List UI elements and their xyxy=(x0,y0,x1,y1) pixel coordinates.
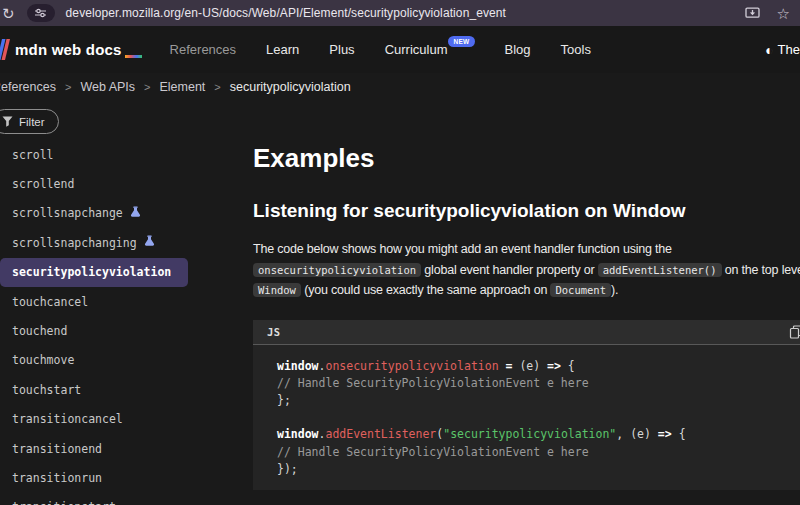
code-token: "securitypolicyviolation" xyxy=(443,427,616,441)
sidebar-item-label: scrollsnapchanging xyxy=(12,236,137,250)
section-title: Examples xyxy=(253,143,800,173)
paragraph-line: The code below shows how you might add a… xyxy=(253,239,800,260)
browser-chrome: ↻ developer.mozilla.org/en-US/docs/Web/A… xyxy=(0,0,800,26)
send-to-device-glyph xyxy=(745,7,760,20)
mdn-logo[interactable]: mdn web docs xyxy=(0,39,142,60)
breadcrumb-item[interactable]: References xyxy=(0,80,56,94)
code-token: , (e) xyxy=(616,427,658,441)
code-token: // Handle SecurityPolicyViolationEvent e… xyxy=(277,376,589,390)
code-token: (e) xyxy=(512,359,547,373)
sidebar-item-securitypolicyviolation[interactable]: securitypolicyviolation xyxy=(0,258,188,287)
code-token: }; xyxy=(277,393,291,407)
nav-item-references[interactable]: References xyxy=(170,42,236,57)
bookmark-star-icon[interactable]: ☆ xyxy=(777,6,790,21)
new-badge: NEW xyxy=(448,36,474,47)
sidebar-item-label: securitypolicyviolation xyxy=(12,265,171,279)
subsection-title: Listening for securitypolicyviolation on… xyxy=(253,199,800,223)
breadcrumb-item[interactable]: Web APIs xyxy=(80,80,135,94)
site-info-button[interactable] xyxy=(27,4,55,22)
paragraph-text: (you could use exactly the same approach… xyxy=(301,283,550,297)
code-token: => xyxy=(658,427,672,441)
code-block: JS window.onsecuritypolicyviolation = (e… xyxy=(253,320,800,490)
sidebar-item-label: touchstart xyxy=(12,383,81,397)
save-to-device-icon[interactable] xyxy=(745,7,760,20)
code-line: window.onsecuritypolicyviolation = (e) =… xyxy=(277,358,800,375)
sidebar-item-label: transitionstart xyxy=(12,500,116,505)
mdn-logo-text: mdn web docs xyxy=(15,41,122,58)
paragraph-text: ). xyxy=(611,283,618,297)
filter-label: Filter xyxy=(19,116,45,128)
logo-underscore xyxy=(125,55,142,58)
sidebar-item-touchend[interactable]: touchend xyxy=(0,316,253,345)
reload-icon[interactable]: ↻ xyxy=(2,6,15,21)
main-content: Examples Listening for securitypolicyvio… xyxy=(253,131,800,490)
nav-item-curriculum[interactable]: CurriculumNEW xyxy=(385,42,475,57)
code-language-label: JS xyxy=(267,326,281,338)
sidebar-item-scrollend[interactable]: scrollend xyxy=(0,169,253,198)
sidebar-item-transitionstart[interactable]: transitionstart xyxy=(0,493,253,505)
sidebar-item-label: transitioncancel xyxy=(12,412,123,426)
sidebar-item-scrollsnapchanging[interactable]: scrollsnapchanging xyxy=(0,228,253,257)
theme-icon: ◐ xyxy=(765,42,773,58)
url-text[interactable]: developer.mozilla.org/en-US/docs/Web/API… xyxy=(66,6,506,20)
sidebar-item-transitionend[interactable]: transitionend xyxy=(0,434,253,463)
code-content[interactable]: window.onsecuritypolicyviolation = (e) =… xyxy=(253,345,800,490)
tune-icon xyxy=(34,8,47,18)
nav-item-tools[interactable]: Tools xyxy=(561,42,591,57)
inline-code: onsecuritypolicyviolation xyxy=(253,263,421,277)
sidebar-item-label: transitionend xyxy=(12,442,102,456)
code-line: // Handle SecurityPolicyViolationEvent e… xyxy=(277,444,800,461)
description-paragraph: The code below shows how you might add a… xyxy=(253,239,800,301)
sidebar-item-touchstart[interactable]: touchstart xyxy=(0,375,253,404)
sidebar-item-transitionrun[interactable]: transitionrun xyxy=(0,463,253,492)
sidebar-item-touchcancel[interactable]: touchcancel xyxy=(0,287,253,316)
inline-code: addEventListener() xyxy=(598,263,722,277)
header-nav: ReferencesLearnPlusCurriculumNEWBlogTool… xyxy=(170,42,591,57)
nav-item-label: Blog xyxy=(505,42,531,57)
breadcrumb-separator-icon: > xyxy=(65,81,71,93)
code-token: { xyxy=(672,427,686,441)
nav-item-label: Curriculum xyxy=(385,42,448,57)
paragraph-text: on the top level xyxy=(722,263,800,277)
paragraph-text: The code below shows how you might add a… xyxy=(253,242,672,256)
paragraph-line: Window (you could use exactly the same a… xyxy=(253,280,800,301)
nav-item-label: Plus xyxy=(329,42,354,57)
sidebar-list: scrollscrollendscrollsnapchangescrollsna… xyxy=(0,140,253,505)
breadcrumb-separator-icon: > xyxy=(144,81,150,93)
code-token: addEventListener xyxy=(325,427,436,441)
copy-icon xyxy=(789,325,800,339)
code-line: }; xyxy=(277,392,800,409)
site-header: mdn web docs ReferencesLearnPlusCurricul… xyxy=(0,26,800,73)
sidebar-item-touchmove[interactable]: touchmove xyxy=(0,346,253,375)
nav-item-blog[interactable]: Blog xyxy=(505,42,531,57)
copy-code-button[interactable] xyxy=(789,325,800,339)
nav-item-learn[interactable]: Learn xyxy=(266,42,299,57)
experimental-flask-icon xyxy=(130,206,141,218)
sidebar: Filter scrollscrollendscrollsnapchangesc… xyxy=(0,104,253,505)
code-line: }); xyxy=(277,461,800,478)
inline-code: Window xyxy=(253,283,301,297)
breadcrumb-item[interactable]: securitypolicyviolation xyxy=(230,80,351,94)
inline-code: Document xyxy=(550,283,611,297)
nav-item-label: Tools xyxy=(561,42,591,57)
nav-item-label: Learn xyxy=(266,42,299,57)
sidebar-item-scrollsnapchange[interactable]: scrollsnapchange xyxy=(0,199,253,228)
mdn-logo-mark-icon xyxy=(0,39,10,60)
code-token: { xyxy=(561,359,575,373)
sidebar-item-label: touchmove xyxy=(12,353,74,367)
sidebar-item-transitioncancel[interactable]: transitioncancel xyxy=(0,405,253,434)
breadcrumb-item[interactable]: Element xyxy=(159,80,205,94)
experimental-flask-icon xyxy=(130,206,141,221)
code-token: }); xyxy=(277,462,298,476)
filter-button[interactable]: Filter xyxy=(0,109,59,134)
theme-toggle[interactable]: ◐ The xyxy=(765,42,800,58)
nav-item-label: References xyxy=(170,42,236,57)
code-line: // Handle SecurityPolicyViolationEvent e… xyxy=(277,375,800,392)
code-token: // Handle SecurityPolicyViolationEvent e… xyxy=(277,445,589,459)
code-token: window xyxy=(277,427,319,441)
sidebar-item-scroll[interactable]: scroll xyxy=(0,140,253,169)
nav-item-plus[interactable]: Plus xyxy=(329,42,354,57)
theme-label: The xyxy=(778,42,800,57)
breadcrumb-separator-icon: > xyxy=(214,81,220,93)
code-token xyxy=(499,359,506,373)
